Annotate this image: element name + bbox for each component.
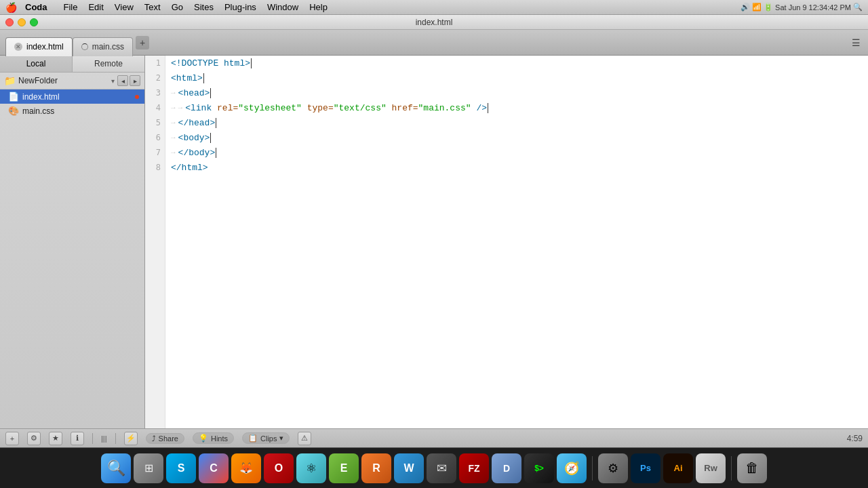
line-num-1: 1 bbox=[145, 56, 165, 70]
bookmark-button[interactable]: ★ bbox=[49, 432, 62, 445]
line-num-4: 4 bbox=[145, 100, 165, 115]
tab-main-css[interactable]: main.css bbox=[73, 37, 133, 56]
dock-item-rightword[interactable]: Rw bbox=[696, 453, 726, 483]
dock-item-illustrator[interactable]: Ai bbox=[663, 453, 693, 483]
window-buttons bbox=[5, 18, 38, 26]
code-space bbox=[212, 103, 217, 113]
hints-icon: 💡 bbox=[199, 434, 208, 443]
dock-item-reeder[interactable]: R bbox=[361, 453, 391, 483]
code-space3 bbox=[387, 103, 392, 113]
folder-forward-button[interactable]: ▸ bbox=[130, 75, 140, 86]
dock-item-atom[interactable]: ⚛ bbox=[296, 453, 326, 483]
new-tab-button[interactable]: + bbox=[136, 36, 149, 49]
dock-item-evernote[interactable]: E bbox=[329, 453, 359, 483]
line-numbers: 1 2 3 4 5 6 7 8 bbox=[145, 56, 165, 428]
menu-help[interactable]: Help bbox=[304, 0, 333, 15]
apple-menu[interactable]: 🍎 bbox=[5, 2, 17, 13]
code-body-open: <body> bbox=[178, 133, 210, 143]
code-line-7: → </body> bbox=[171, 145, 868, 160]
editor-content[interactable]: 1 2 3 4 5 6 7 8 <!DOCTYPE html> <html> bbox=[145, 56, 868, 428]
dock-item-opera[interactable]: O bbox=[264, 453, 294, 483]
tabs-container: ✕ index.html main.css + bbox=[5, 30, 846, 56]
menu-file[interactable]: File bbox=[58, 0, 83, 15]
code-html-open: <html> bbox=[171, 73, 203, 83]
hints-button[interactable]: 💡 Hints bbox=[193, 432, 234, 444]
tab-bar: ✕ index.html main.css + ☰ bbox=[0, 30, 868, 56]
maximize-button[interactable] bbox=[30, 18, 38, 26]
cursor-2 bbox=[203, 73, 204, 83]
dock-item-filezilla[interactable]: FZ bbox=[459, 453, 489, 483]
menubar-right-area: 🔊 📶 🔋 Sat Jun 9 12:34:42 PM 🔍 bbox=[741, 3, 863, 12]
status-bar: + ⚙ ★ ℹ ||| ⚡ ⤴ Share 💡 Hints 📋 Clips ▾ … bbox=[0, 428, 868, 447]
minimize-button[interactable] bbox=[18, 18, 26, 26]
tab-index-html[interactable]: ✕ index.html bbox=[5, 37, 73, 56]
dock-item-firefox[interactable]: 🦊 bbox=[231, 453, 261, 483]
cursor-7 bbox=[216, 148, 216, 158]
dock-item-trash[interactable]: 🗑 bbox=[737, 453, 767, 483]
dock-item-safari[interactable]: 🧭 bbox=[557, 453, 587, 483]
sidebar-toggle-button[interactable]: ☰ bbox=[849, 36, 863, 49]
code-editor[interactable]: <!DOCTYPE html> <html> → <head> → → <lin… bbox=[165, 56, 868, 428]
close-button[interactable] bbox=[5, 18, 14, 26]
code-line-1: <!DOCTYPE html> bbox=[171, 56, 868, 70]
dock-item-finder[interactable]: 🔍 bbox=[101, 453, 131, 483]
dock-item-skype[interactable]: S bbox=[166, 453, 196, 483]
sidebar: Local Remote 📁 NewFolder ▾ ◂ ▸ 📄 index.h… bbox=[0, 56, 145, 428]
menu-edit[interactable]: Edit bbox=[83, 0, 108, 15]
warning-button[interactable]: ⚠ bbox=[298, 432, 311, 445]
title-bar: index.html bbox=[0, 15, 868, 30]
tab-close-index[interactable]: ✕ bbox=[14, 43, 22, 51]
tab-loading-indicator bbox=[81, 43, 88, 50]
add-button[interactable]: + bbox=[5, 432, 19, 445]
menu-plugins[interactable]: Plug-ins bbox=[219, 0, 262, 15]
code-line-2: <html> bbox=[171, 70, 868, 85]
share-button[interactable]: ⤴ Share bbox=[146, 433, 184, 444]
dock-item-wunderlist[interactable]: W bbox=[394, 453, 424, 483]
dock: 🔍 ⊞ S C 🦊 O ⚛ E R W ✉ FZ D $> 🧭 ⚙ Ps Ai … bbox=[0, 447, 868, 488]
dock-item-dash[interactable]: D bbox=[492, 453, 521, 483]
code-link-tag-open: <link bbox=[185, 103, 212, 113]
toolbar-right: ☰ bbox=[849, 36, 863, 49]
file-item-index-html[interactable]: 📄 index.html bbox=[0, 89, 144, 104]
dock-separator-2 bbox=[731, 456, 732, 481]
code-line-8: </html> bbox=[171, 160, 868, 175]
folder-arrow-down[interactable]: ▾ bbox=[111, 77, 115, 85]
menu-view[interactable]: View bbox=[109, 0, 139, 15]
menu-window[interactable]: Window bbox=[262, 0, 304, 15]
dock-item-sparrow[interactable]: ✉ bbox=[427, 453, 456, 483]
info-button[interactable]: ℹ bbox=[71, 432, 84, 445]
app-name[interactable]: Coda bbox=[25, 2, 47, 12]
menu-go[interactable]: Go bbox=[166, 0, 189, 15]
code-doctype: <!DOCTYPE html> bbox=[171, 58, 250, 68]
folder-nav: ◂ ▸ bbox=[117, 75, 140, 86]
folder-back-button[interactable]: ◂ bbox=[117, 75, 128, 86]
sidebar-tab-remote[interactable]: Remote bbox=[73, 56, 144, 72]
file-item-main-css[interactable]: 🎨 main.css bbox=[0, 104, 144, 118]
menu-sites[interactable]: Sites bbox=[189, 0, 219, 15]
status-extra-btn[interactable]: ⚡ bbox=[124, 432, 138, 445]
menu-bar: 🍎 Coda File Edit View Text Go Sites Plug… bbox=[0, 0, 868, 15]
dock-item-launchpad[interactable]: ⊞ bbox=[134, 453, 163, 483]
dock-item-terminal[interactable]: $> bbox=[524, 453, 554, 483]
code-space4 bbox=[471, 103, 477, 113]
indent-arrow-7: → bbox=[171, 148, 176, 157]
file-name-css: main.css bbox=[22, 106, 54, 116]
hints-label: Hints bbox=[211, 434, 228, 443]
clips-button[interactable]: 📋 Clips ▾ bbox=[242, 432, 290, 444]
code-html-close: </html> bbox=[171, 163, 208, 173]
settings-button[interactable]: ⚙ bbox=[27, 432, 41, 445]
line-num-6: 6 bbox=[145, 130, 165, 145]
menu-text[interactable]: Text bbox=[139, 0, 166, 15]
dock-item-chrome[interactable]: C bbox=[199, 453, 229, 483]
cursor-3 bbox=[210, 88, 211, 98]
dock-item-photoshop[interactable]: Ps bbox=[631, 453, 660, 483]
code-val-stylesheet: "stylesheet" bbox=[238, 103, 302, 113]
file-modified-dot bbox=[135, 95, 139, 99]
code-attr-type: type= bbox=[307, 103, 334, 113]
code-attr-rel: rel= bbox=[217, 103, 238, 113]
dock-item-prefs[interactable]: ⚙ bbox=[598, 453, 628, 483]
sidebar-tab-local[interactable]: Local bbox=[0, 56, 73, 72]
main-area: Local Remote 📁 NewFolder ▾ ◂ ▸ 📄 index.h… bbox=[0, 56, 868, 428]
code-val-textcss: "text/css" bbox=[334, 103, 387, 113]
sidebar-tab-bar: Local Remote bbox=[0, 56, 144, 73]
